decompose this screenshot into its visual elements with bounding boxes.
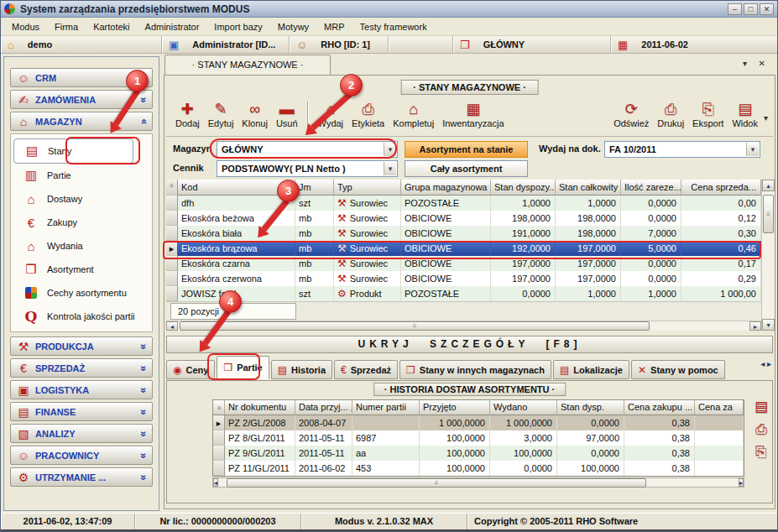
chevron-icon[interactable]: » bbox=[138, 343, 150, 349]
dropdown-arrow-icon[interactable]: ▾ bbox=[746, 143, 759, 156]
menu-item[interactable]: Administrator bbox=[138, 19, 207, 34]
menu-item[interactable]: MRP bbox=[316, 19, 352, 34]
horizontal-scrollbar[interactable]: ◂ ≡ ▸ bbox=[166, 321, 761, 331]
menu-item[interactable]: Kartoteki bbox=[86, 19, 137, 34]
column-header-data-przyj[interactable]: Data przyj...△ bbox=[295, 400, 352, 415]
minimize-button[interactable]: – bbox=[728, 3, 742, 15]
scroll-up-icon[interactable]: ▴ bbox=[762, 180, 775, 191]
maximize-button[interactable]: □ bbox=[744, 3, 758, 15]
side-tool-icon[interactable]: ▤ bbox=[755, 398, 768, 415]
toolbar-more-icon[interactable]: ▾ bbox=[764, 113, 768, 123]
toolbar-button[interactable]: ⎙ Etykieta bbox=[347, 100, 389, 128]
detail-tab[interactable]: ❒ Stany w innych magazynach bbox=[399, 360, 551, 379]
scroll-down-icon[interactable]: ▾ bbox=[762, 319, 775, 331]
toolbar-button[interactable]: ∞ Klonuj bbox=[238, 100, 272, 128]
chevron-icon[interactable]: » bbox=[138, 430, 150, 436]
sidebar-group-header[interactable]: ▤ FINANSE » bbox=[10, 402, 153, 421]
sidebar-group-header[interactable]: € SPRZEDAŻ » bbox=[10, 358, 153, 378]
column-header-cena[interactable]: Cena sprzeda... bbox=[681, 180, 761, 196]
dropdown-arrow-icon[interactable]: ▾ bbox=[384, 143, 396, 156]
sidebar-group-header[interactable]: ⚙ UTRZYMANIE ... » bbox=[10, 467, 153, 487]
column-header-stan-dysp[interactable]: Stan dyspozy... bbox=[491, 180, 556, 196]
column-header-grupa[interactable]: Grupa magazynowa bbox=[401, 180, 491, 196]
side-tool-icon[interactable]: ⎘ bbox=[755, 444, 767, 461]
table-row[interactable]: dfh szt ⚒Surowiec POZOSTAŁE 1,0000 1,000… bbox=[166, 196, 761, 211]
chevron-icon[interactable]: » bbox=[138, 96, 150, 102]
column-header-jm[interactable]: Jm bbox=[295, 180, 334, 196]
chevron-icon[interactable]: » bbox=[138, 474, 150, 480]
scroll-left-icon[interactable]: ◂ bbox=[213, 478, 218, 487]
sidebar-item[interactable]: Cechy asortymentu bbox=[11, 281, 152, 305]
scrollbar-thumb[interactable]: ≡ bbox=[227, 478, 646, 488]
menu-item[interactable]: Firma bbox=[47, 19, 86, 34]
column-header-cena-za[interactable]: Cena za bbox=[695, 400, 744, 415]
menu-item[interactable]: Testy framework bbox=[352, 19, 435, 34]
chevron-icon[interactable]: » bbox=[138, 118, 150, 124]
hide-details-button[interactable]: UKRYJ SZCZEGÓŁY [F8] bbox=[166, 336, 773, 353]
dropdown-arrow-icon[interactable]: ▾ bbox=[384, 162, 396, 175]
toolbar-button[interactable]: ⎙ Drukuj bbox=[653, 100, 688, 128]
column-header-stan-dysp[interactable]: Stan dysp. bbox=[557, 400, 624, 415]
toolbar-button[interactable]: ⌂ Kompletuj bbox=[389, 100, 438, 128]
detail-tab[interactable]: ❒ Partie bbox=[217, 356, 269, 379]
column-header-przyjeto[interactable]: Przyjęto bbox=[420, 400, 490, 415]
detail-tab[interactable]: ✕ Stany w pomoc bbox=[631, 360, 725, 379]
sidebar-group-header[interactable]: ⌂ MAGAZYN » bbox=[10, 112, 153, 131]
chevron-icon[interactable]: » bbox=[138, 387, 150, 393]
table-row[interactable]: ▸ Ekoskóra brązowa mb ⚒Surowiec OBICIOWE… bbox=[166, 241, 761, 256]
column-header-cena-zakupu[interactable]: Cena zakupu ... bbox=[624, 400, 695, 415]
toolbar-button[interactable]: ▬ Usuń bbox=[272, 100, 302, 128]
sidebar-group-header[interactable]: ▧ ANALIZY » bbox=[10, 424, 153, 443]
toolbar-button[interactable]: ▤ Widok bbox=[728, 100, 762, 128]
chevron-icon[interactable]: » bbox=[138, 365, 150, 371]
sidebar-item[interactable]: Q Kontrola jakości partii bbox=[11, 305, 152, 328]
detail-tab[interactable]: ▤ Lokalizacje bbox=[553, 360, 629, 379]
column-header-nr-dokumentu[interactable]: Nr dokumentu bbox=[225, 400, 295, 415]
scrollbar-thumb[interactable]: ≡ bbox=[180, 321, 650, 331]
table-row[interactable]: JOWISZ fotel szt ⚙Produkt POZOSTAŁE 0,00… bbox=[166, 286, 761, 301]
detail-tab[interactable]: ◉ Ceny bbox=[166, 360, 215, 379]
toolbar-button[interactable]: ▦ Inwentaryzacja bbox=[438, 100, 508, 128]
chevron-icon[interactable]: » bbox=[138, 452, 150, 458]
side-tool-icon[interactable]: ⎙ bbox=[755, 421, 767, 438]
cennik-dropdown[interactable]: PODSTAWOWY( PLN Netto ) ▾ bbox=[217, 160, 398, 177]
history-horizontal-scrollbar[interactable]: ◂ ≡ ▸ bbox=[212, 477, 744, 488]
column-header-stan-calk[interactable]: Stan całkowity bbox=[556, 180, 621, 196]
column-header-ilosc-zarez[interactable]: Ilość zareze... bbox=[621, 180, 681, 196]
sidebar-item[interactable]: ⌂ Wydania bbox=[11, 234, 152, 258]
sidebar-group-header[interactable]: ⚒ PRODUKCJA » bbox=[10, 336, 153, 356]
menu-item[interactable]: Import bazy bbox=[206, 19, 269, 34]
toolbar-button[interactable]: ⟳ Odśwież bbox=[609, 100, 653, 128]
history-row[interactable]: PZ 8/GL/2011 2011-05-11 6987 100,0000 3,… bbox=[213, 430, 744, 446]
sidebar-item[interactable]: ▤ Stany bbox=[13, 138, 133, 164]
sidebar-group-header[interactable]: ▣ LOGISTYKA » bbox=[10, 380, 153, 399]
vertical-scrollbar[interactable]: ▴ ≡ ▾ bbox=[761, 180, 775, 331]
table-row[interactable]: Ekoskóra beżowa mb ⚒Surowiec OBICIOWE 19… bbox=[166, 211, 761, 226]
sidebar-item[interactable]: ⌂ Dostawy bbox=[11, 187, 152, 211]
sidebar-item[interactable]: € Zakupy bbox=[11, 211, 152, 234]
sidebar-item[interactable]: ▥ Partie bbox=[11, 164, 152, 187]
caly-asortyment-button[interactable]: Cały asortyment bbox=[405, 160, 528, 177]
tab-menu-icon[interactable]: ▾ bbox=[743, 59, 747, 68]
asortyment-na-stanie-button[interactable]: Asortyment na stanie bbox=[405, 141, 528, 158]
history-row[interactable]: PZ 9/GL/2011 2011-05-11 aa 100,0000 100,… bbox=[213, 446, 744, 461]
column-header-wydano[interactable]: Wydano bbox=[490, 400, 557, 415]
tab-close-icon[interactable]: ✕ bbox=[759, 59, 765, 68]
document-tab-stany-magazynowe[interactable]: · STANY MAGAZYNOWE · bbox=[164, 55, 331, 75]
toolbar-button[interactable]: ✎ Edytuj bbox=[204, 100, 238, 128]
wydaj-na-dok-dropdown[interactable]: FA 10/2011 ▾ bbox=[604, 141, 760, 158]
column-header-typ[interactable]: Typ bbox=[334, 180, 401, 196]
magazyn-dropdown[interactable]: GŁÓWNY ▾ bbox=[217, 141, 398, 158]
toolbar-button[interactable]: ⎘ Eksport bbox=[688, 100, 728, 128]
close-button[interactable]: ✕ bbox=[760, 3, 774, 15]
sidebar-group-header[interactable]: ☺ PRACOWNICY » bbox=[10, 446, 153, 465]
scroll-left-icon[interactable]: ◂ bbox=[166, 321, 178, 331]
tab-scroll-arrows[interactable]: ◂ ▸ bbox=[760, 359, 771, 368]
history-row[interactable]: ▸ PZ 2/GL/2008 2008-04-07 1 000,0000 1 0… bbox=[213, 415, 744, 430]
sidebar-item[interactable]: ❒ Asortyment bbox=[11, 258, 152, 281]
menu-item[interactable]: Modus bbox=[4, 19, 47, 34]
scrollbar-thumb[interactable]: ≡ bbox=[763, 195, 774, 233]
history-row[interactable]: PZ 11/GL/2011 2011-06-02 453 100,0000 0,… bbox=[213, 461, 744, 476]
table-row[interactable]: Ekoskóra czarna mb ⚒Surowiec OBICIOWE 19… bbox=[166, 256, 761, 271]
table-row[interactable]: Ekoskóra czerwona mb ⚒Surowiec OBICIOWE … bbox=[166, 271, 761, 286]
